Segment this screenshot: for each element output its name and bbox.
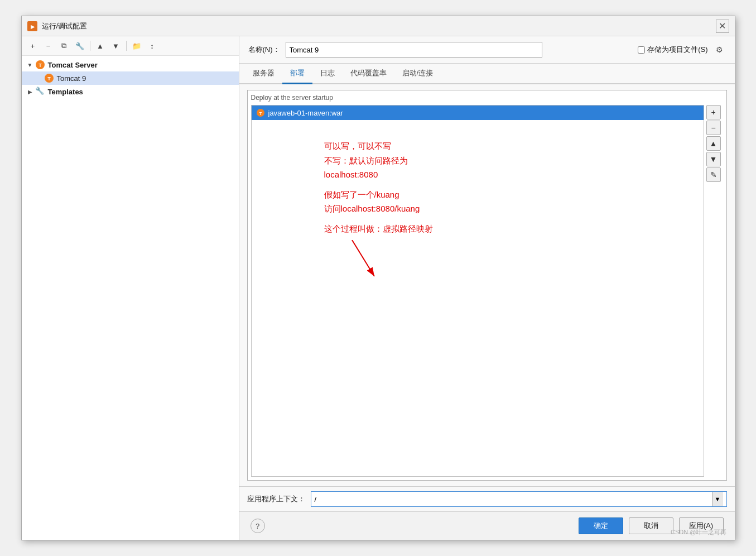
tab-log[interactable]: 日志 [312,64,343,84]
move-up-button[interactable]: ▲ [94,40,107,52]
annotation-overlay: 可以写，可以不写 不写：默认访问路径为 localhost:8080 假如写了一… [324,139,433,286]
tomcat9-icon: T [44,73,54,83]
annotation-line8: 这个过程叫做：虚拟路径映射 [324,222,433,236]
annotation-line6: 访问localhost:8080/kuang [324,202,433,216]
tree-item-templates[interactable]: ▶ 🔧 Templates [22,85,239,98]
deploy-section: Deploy at the server startup T [239,84,735,486]
svg-text:T: T [38,63,42,68]
annotation-line1: 可以写，可以不写 [324,139,433,154]
move-down-deployment-button[interactable]: ▼ [706,152,721,166]
deploy-item-label-0: javaweb-01-maven:war [268,109,343,117]
copy-config-button[interactable]: ⧉ [57,40,71,52]
list-side-buttons: + − ▲ ▼ ✎ [704,105,723,477]
annotation-gap1 [324,182,433,188]
annotation-block: 可以写，可以不写 不写：默认访问路径为 localhost:8080 假如写了一… [324,139,433,236]
context-value: / [315,495,712,504]
svg-text:T: T [259,111,262,116]
move-down-button[interactable]: ▼ [109,40,123,52]
settings-config-button[interactable]: 🔧 [73,40,86,52]
annotation-arrow [346,240,391,285]
tomcat-server-label: Tomcat Server [48,61,98,69]
context-label: 应用程序上下文： [247,494,305,504]
name-input[interactable] [286,42,542,57]
edit-deployment-button[interactable]: ✎ [706,167,721,182]
svg-text:T: T [47,76,51,82]
dialog-title: 运行/调试配置 [42,21,716,31]
title-bar: ▶ 运行/调试配置 ✕ [22,16,735,36]
toolbar-separator [90,41,90,51]
main-content: Deploy at the server startup T [239,84,735,511]
help-button[interactable]: ? [251,519,265,533]
tab-coverage[interactable]: 代码覆盖率 [343,64,394,84]
save-checkbox-input[interactable] [638,46,645,54]
remove-config-button[interactable]: − [42,40,55,52]
watermark: CSDN @叶一之可再 [671,528,726,536]
expand-arrow-tomcat9 [35,74,43,82]
header-row: 名称(N)： 存储为项目文件(S) ⚙ [239,36,735,64]
deploy-item-0[interactable]: T javaweb-01-maven:war [252,106,704,120]
left-toolbar: + − ⧉ 🔧 ▲ ▼ 📁 ↕ [22,36,239,56]
tabs-row: 服务器 部署 日志 代码覆盖率 启动/连接 [239,64,735,84]
expand-arrow-tomcat: ▼ [26,61,34,69]
deploy-item-icon-0: T [256,108,265,117]
sort-button[interactable]: ↕ [146,40,159,52]
name-label: 名称(N)： [248,45,280,55]
tab-startup[interactable]: 启动/连接 [394,64,441,84]
expand-arrow-templates: ▶ [26,88,34,95]
save-checkbox-label: 存储为项目文件(S) [647,45,707,55]
close-button[interactable]: ✕ [716,20,729,33]
svg-text:▶: ▶ [30,24,35,30]
run-debug-dialog: ▶ 运行/调试配置 ✕ + − ⧉ 🔧 ▲ ▼ 📁 ↕ ▼ [21,16,735,540]
tab-server[interactable]: 服务器 [245,64,282,84]
config-tree: ▼ T Tomcat Server T [22,56,239,540]
annotation-line3: localhost:8080 [324,167,433,182]
annotation-line2: 不写：默认访问路径为 [324,154,433,168]
toolbar-separator-2 [126,41,127,51]
tomcat-server-icon: T [35,60,45,70]
context-combo[interactable]: / ▼ [311,491,727,507]
section-title: Deploy at the server startup [251,94,723,102]
folder-button[interactable]: 📁 [130,40,143,52]
left-panel: + − ⧉ 🔧 ▲ ▼ 📁 ↕ ▼ T [22,36,239,540]
deploy-list-container: T javaweb-01-maven:war 可以写，可以不写 [251,105,723,477]
svg-line-9 [352,240,374,276]
tree-item-tomcat-server[interactable]: ▼ T Tomcat Server [22,58,239,71]
templates-icon: 🔧 [35,87,45,97]
dialog-icon: ▶ [27,21,37,31]
annotation-line5: 假如写了一个/kuang [324,188,433,202]
ok-button[interactable]: 确定 [579,517,623,534]
tomcat9-label: Tomcat 9 [57,74,86,83]
templates-label: Templates [48,88,83,96]
cancel-button[interactable]: 取消 [629,517,673,534]
context-row: 应用程序上下文： / ▼ [239,486,735,511]
context-dropdown-arrow[interactable]: ▼ [712,492,723,506]
right-panel: 名称(N)： 存储为项目文件(S) ⚙ 服务器 部署 日志 代码覆盖率 启动/连… [239,36,735,540]
move-up-deployment-button[interactable]: ▲ [706,136,721,151]
add-config-button[interactable]: + [26,40,40,52]
deploy-list[interactable]: T javaweb-01-maven:war 可以写，可以不写 [251,105,704,477]
add-deployment-button[interactable]: + [706,105,721,119]
footer: ? 确定 取消 应用(A) [239,511,735,540]
remove-deployment-button[interactable]: − [706,121,721,135]
gear-button[interactable]: ⚙ [714,44,726,56]
tree-item-tomcat9[interactable]: T Tomcat 9 [22,71,239,85]
save-as-project-file[interactable]: 存储为项目文件(S) [638,45,707,55]
tab-deploy[interactable]: 部署 [282,64,312,84]
annotation-gap2 [324,216,433,222]
